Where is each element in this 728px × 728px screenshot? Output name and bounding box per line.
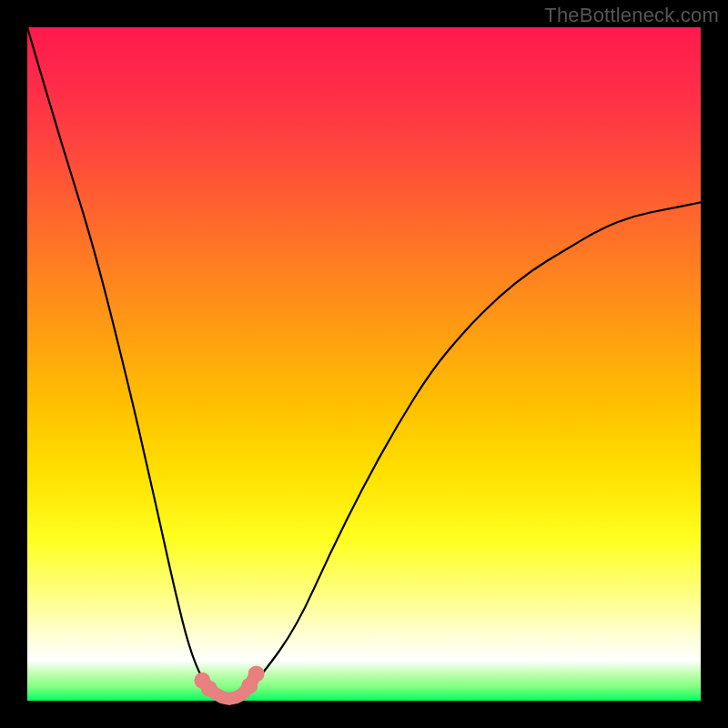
highlight-dot bbox=[201, 681, 217, 697]
highlight-dots bbox=[194, 665, 264, 696]
bottleneck-curve bbox=[27, 27, 701, 699]
watermark-text: TheBottleneck.com bbox=[544, 4, 719, 27]
curve-svg bbox=[27, 27, 701, 701]
chart-canvas: TheBottleneck.com bbox=[0, 0, 728, 728]
plot-area bbox=[27, 27, 701, 701]
highlight-dot bbox=[241, 678, 258, 694]
